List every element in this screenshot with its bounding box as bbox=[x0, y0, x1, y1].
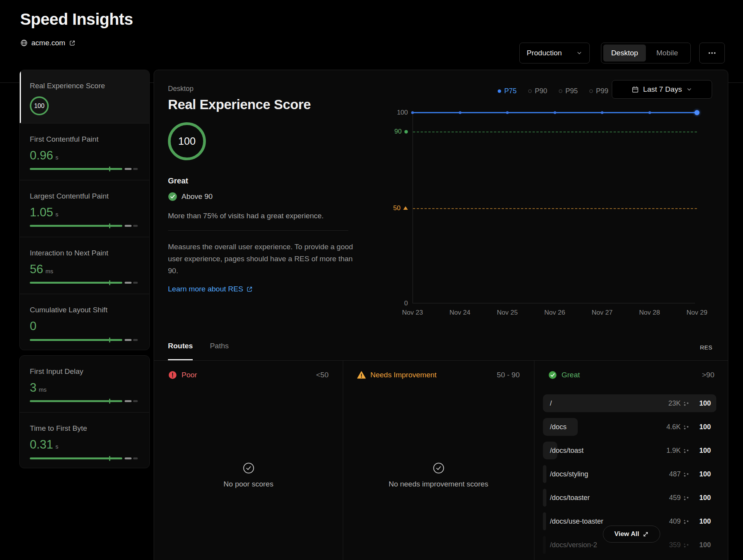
route-count: 409 bbox=[659, 517, 681, 526]
metric-unit: s bbox=[55, 154, 58, 161]
x-axis-label: Nov 25 bbox=[497, 309, 518, 317]
route-path: / bbox=[550, 399, 659, 408]
metric-bar-segment-dark bbox=[133, 168, 138, 170]
metric-card[interactable]: Interaction to Next Paint 56 ms bbox=[20, 237, 149, 294]
tab-routes[interactable]: Routes bbox=[168, 342, 193, 360]
route-score: 100 bbox=[694, 494, 711, 502]
legend-dot-icon bbox=[528, 89, 532, 93]
metric-bar-fill bbox=[30, 457, 122, 459]
metric-bar-segment-dark bbox=[133, 225, 138, 227]
x-axis-label: Nov 26 bbox=[544, 309, 565, 317]
route-share-bar bbox=[543, 512, 546, 530]
device-label: Desktop bbox=[168, 85, 363, 93]
metric-value-row: 0.31 s bbox=[30, 438, 139, 452]
chevron-down-icon bbox=[686, 86, 692, 92]
metric-card[interactable]: Cumulative Layout Shift 0 bbox=[20, 294, 149, 350]
metric-card[interactable]: First Contentful Paint 0.96 s bbox=[20, 123, 149, 180]
route-row[interactable]: /docs 4.6K 100 bbox=[543, 418, 716, 436]
route-row[interactable]: / 23K 100 bbox=[543, 394, 716, 412]
route-path: /docs/styling bbox=[550, 470, 659, 478]
x-axis-label: Nov 23 bbox=[402, 309, 423, 317]
device-option-desktop[interactable]: Desktop bbox=[603, 45, 646, 62]
metric-bar-segment-light bbox=[125, 282, 132, 284]
legend-item[interactable]: P99 bbox=[589, 87, 608, 95]
tab-paths[interactable]: Paths bbox=[210, 342, 229, 360]
bucket-poor-label: Poor bbox=[181, 371, 197, 379]
route-count: 4.6K bbox=[659, 423, 681, 431]
metric-value: 56 bbox=[30, 262, 43, 276]
device-option-mobile[interactable]: Mobile bbox=[646, 45, 688, 62]
metric-bar-fill bbox=[30, 282, 122, 284]
bucket-needs-improvement-label: Needs Improvement bbox=[370, 371, 437, 379]
poor-empty-text: No poor scores bbox=[224, 480, 274, 488]
x-axis-label: Nov 28 bbox=[639, 309, 660, 317]
view-all-label: View All bbox=[614, 530, 639, 538]
data-point bbox=[411, 111, 414, 114]
more-menu-button[interactable] bbox=[699, 43, 725, 63]
legend-label: P75 bbox=[504, 87, 517, 95]
metric-value: 0 bbox=[30, 319, 36, 333]
poor-empty-state: No poor scores bbox=[154, 462, 343, 488]
legend-item[interactable]: P95 bbox=[559, 87, 578, 95]
metric-bar-segment-light bbox=[125, 225, 132, 227]
metric-overview: Desktop Real Experience Score 100 Great … bbox=[168, 85, 363, 293]
x-axis-line bbox=[413, 303, 695, 303]
rating-detail-row: Above 90 bbox=[168, 192, 363, 201]
threshold-line bbox=[413, 208, 697, 209]
legend-label: P90 bbox=[535, 87, 547, 95]
bucket-needs-improvement: Needs Improvement 50 - 90 No needs impro… bbox=[343, 360, 534, 560]
route-row[interactable]: /docs/toast 1.9K 100 bbox=[543, 442, 716, 459]
metric-bar-fill bbox=[30, 400, 122, 402]
route-count: 359 bbox=[659, 541, 681, 549]
data-point bbox=[648, 111, 651, 114]
route-row[interactable]: /docs/toaster 459 100 bbox=[543, 489, 716, 507]
metric-bar bbox=[30, 339, 140, 341]
legend-item[interactable]: P75 bbox=[498, 87, 517, 95]
bucket-needs-improvement-header: Needs Improvement 50 - 90 bbox=[343, 370, 534, 380]
main-panel: Desktop Real Experience Score 100 Great … bbox=[154, 70, 728, 560]
date-range-select[interactable]: Last 7 Days bbox=[612, 80, 712, 99]
check-circle-icon bbox=[548, 370, 557, 380]
threshold-marker-icon bbox=[403, 206, 408, 210]
score-value: 100 bbox=[178, 135, 195, 147]
route-row[interactable]: /docs/styling 487 100 bbox=[543, 465, 716, 483]
metric-card-label: First Contentful Paint bbox=[30, 135, 139, 144]
metric-unit: s bbox=[55, 443, 58, 450]
samples-dots-icon bbox=[683, 496, 689, 501]
environment-select[interactable]: Production bbox=[519, 43, 590, 63]
score-ring: 100 bbox=[30, 96, 49, 115]
metric-bar-marker bbox=[109, 280, 110, 285]
samples-dots-icon bbox=[683, 543, 689, 548]
view-all-button[interactable]: View All bbox=[603, 526, 660, 543]
bucket-great: Great >90 / 23K 100 /docs 4.6K 100 /docs… bbox=[534, 360, 728, 560]
toolbar: Production Desktop Mobile bbox=[0, 43, 743, 63]
warning-triangle-icon bbox=[357, 370, 366, 380]
learn-more-link[interactable]: Learn more about RES bbox=[168, 285, 253, 293]
legend-label: P99 bbox=[596, 87, 608, 95]
route-score: 100 bbox=[694, 423, 711, 431]
ellipsis-icon bbox=[708, 52, 716, 54]
metric-card-label: Time to First Byte bbox=[30, 424, 139, 433]
y-axis-tick: 50 bbox=[393, 204, 408, 212]
bucket-poor-header: Poor <50 bbox=[154, 370, 343, 380]
threshold-marker-icon bbox=[404, 130, 408, 134]
metric-card[interactable]: Time to First Byte 0.31 s bbox=[20, 413, 149, 468]
samples-dots-icon bbox=[683, 449, 689, 454]
metric-bar bbox=[30, 400, 140, 402]
check-circle-outline-icon bbox=[243, 462, 255, 474]
metric-bar-segment-dark bbox=[133, 339, 138, 341]
metric-value-row: 1.05 s bbox=[30, 206, 139, 219]
date-range-label: Last 7 Days bbox=[643, 85, 682, 94]
data-point bbox=[601, 111, 604, 114]
metric-card[interactable]: Largest Contentful Paint 1.05 s bbox=[20, 180, 149, 237]
percentile-legend: P75 P90 P95 P99 bbox=[498, 87, 608, 95]
metric-value: 1.05 bbox=[30, 206, 53, 219]
samples-dots-icon bbox=[683, 425, 689, 430]
metric-card[interactable]: First Input Delay 3 ms bbox=[20, 356, 149, 413]
route-count: 459 bbox=[659, 494, 681, 502]
metric-card[interactable]: Real Experience Score 100 bbox=[20, 70, 149, 123]
check-circle-icon bbox=[168, 192, 177, 201]
legend-item[interactable]: P90 bbox=[528, 87, 547, 95]
legacy-metrics-group: First Input Delay 3 ms Time to First Byt… bbox=[19, 355, 150, 468]
metric-bar-fill bbox=[30, 339, 122, 341]
